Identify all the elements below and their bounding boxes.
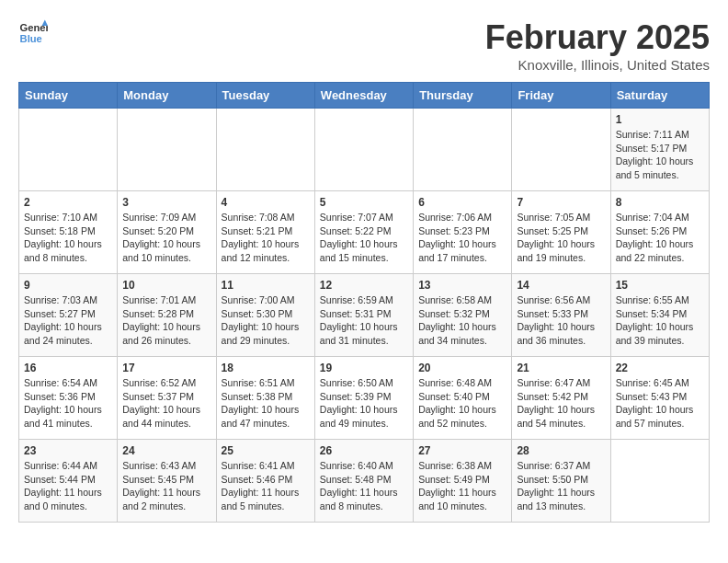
day-number: 22 <box>616 362 704 374</box>
logo-icon: General Blue <box>18 18 48 48</box>
sunset-text: Sunset: 5:36 PM <box>24 390 112 404</box>
daylight-text: Daylight: 10 hours and 52 minutes. <box>418 403 506 430</box>
sunrise-text: Sunrise: 6:40 AM <box>320 459 408 473</box>
calendar-cell: 23 Sunrise: 6:44 AM Sunset: 5:44 PM Dayl… <box>19 440 118 523</box>
day-number: 26 <box>320 444 408 457</box>
day-number: 12 <box>320 279 408 292</box>
daylight-text: Daylight: 10 hours and 5 minutes. <box>616 155 704 181</box>
day-info: Sunrise: 7:10 AM Sunset: 5:18 PM Dayligh… <box>24 211 112 265</box>
calendar-cell: 19 Sunrise: 6:50 AM Sunset: 5:39 PM Dayl… <box>314 357 413 440</box>
calendar-cell <box>512 109 610 191</box>
day-number: 3 <box>122 196 210 209</box>
calendar-cell <box>314 109 413 191</box>
daylight-text: Daylight: 10 hours and 26 minutes. <box>122 320 210 347</box>
sunrise-text: Sunrise: 6:56 AM <box>517 293 605 307</box>
day-info: Sunrise: 6:50 AM Sunset: 5:39 PM Dayligh… <box>320 376 408 431</box>
day-number: 8 <box>616 196 704 209</box>
sunset-text: Sunset: 5:20 PM <box>122 224 210 238</box>
sunset-text: Sunset: 5:46 PM <box>222 473 310 487</box>
day-info: Sunrise: 6:58 AM Sunset: 5:32 PM Dayligh… <box>418 293 506 348</box>
sunset-text: Sunset: 5:33 PM <box>517 307 605 321</box>
daylight-text: Daylight: 10 hours and 15 minutes. <box>320 237 408 264</box>
calendar-cell: 8 Sunrise: 7:04 AM Sunset: 5:26 PM Dayli… <box>610 191 709 274</box>
day-info: Sunrise: 7:08 AM Sunset: 5:21 PM Dayligh… <box>222 211 310 265</box>
day-info: Sunrise: 6:56 AM Sunset: 5:33 PM Dayligh… <box>517 293 605 348</box>
sunrise-text: Sunrise: 6:43 AM <box>122 459 210 473</box>
sunset-text: Sunset: 5:30 PM <box>222 307 310 321</box>
calendar-week-row: 16 Sunrise: 6:54 AM Sunset: 5:36 PM Dayl… <box>19 357 710 440</box>
calendar-week-row: 23 Sunrise: 6:44 AM Sunset: 5:44 PM Dayl… <box>19 440 710 523</box>
sunrise-text: Sunrise: 6:37 AM <box>517 459 605 473</box>
header: General Blue February 2025 Knoxville, Il… <box>18 18 710 73</box>
sunset-text: Sunset: 5:39 PM <box>320 390 408 404</box>
sunrise-text: Sunrise: 7:09 AM <box>122 211 210 224</box>
sunset-text: Sunset: 5:22 PM <box>320 224 408 238</box>
header-thursday: Thursday <box>414 83 512 109</box>
calendar-cell: 28 Sunrise: 6:37 AM Sunset: 5:50 PM Dayl… <box>512 440 610 523</box>
day-number: 10 <box>122 279 210 292</box>
day-info: Sunrise: 7:07 AM Sunset: 5:22 PM Dayligh… <box>320 211 408 265</box>
calendar-week-row: 9 Sunrise: 7:03 AM Sunset: 5:27 PM Dayli… <box>19 274 710 357</box>
sunset-text: Sunset: 5:40 PM <box>418 390 506 404</box>
day-number: 17 <box>122 362 210 374</box>
sunset-text: Sunset: 5:17 PM <box>616 142 704 155</box>
daylight-text: Daylight: 10 hours and 19 minutes. <box>517 237 605 264</box>
daylight-text: Daylight: 10 hours and 29 minutes. <box>222 320 310 347</box>
day-number: 4 <box>222 196 310 209</box>
day-info: Sunrise: 6:41 AM Sunset: 5:46 PM Dayligh… <box>222 459 310 513</box>
sunrise-text: Sunrise: 6:41 AM <box>222 459 310 473</box>
sunrise-text: Sunrise: 7:07 AM <box>320 211 408 224</box>
sunset-text: Sunset: 5:18 PM <box>24 224 112 238</box>
sunset-text: Sunset: 5:45 PM <box>122 473 210 487</box>
day-info: Sunrise: 7:01 AM Sunset: 5:28 PM Dayligh… <box>122 293 210 348</box>
calendar-cell <box>610 440 709 523</box>
calendar-cell: 11 Sunrise: 7:00 AM Sunset: 5:30 PM Dayl… <box>216 274 314 357</box>
sunrise-text: Sunrise: 6:48 AM <box>418 376 506 390</box>
sunrise-text: Sunrise: 6:52 AM <box>122 376 210 390</box>
calendar-cell <box>19 109 118 191</box>
sunrise-text: Sunrise: 6:45 AM <box>616 376 704 390</box>
day-number: 6 <box>418 196 506 209</box>
day-number: 11 <box>222 279 310 292</box>
sunrise-text: Sunrise: 6:47 AM <box>517 376 605 390</box>
calendar-cell: 6 Sunrise: 7:06 AM Sunset: 5:23 PM Dayli… <box>414 191 512 274</box>
daylight-text: Daylight: 10 hours and 31 minutes. <box>320 320 408 347</box>
calendar-cell: 12 Sunrise: 6:59 AM Sunset: 5:31 PM Dayl… <box>314 274 413 357</box>
logo: General Blue <box>18 18 48 48</box>
header-friday: Friday <box>512 83 610 109</box>
sunrise-text: Sunrise: 6:50 AM <box>320 376 408 390</box>
day-number: 24 <box>122 444 210 457</box>
sunset-text: Sunset: 5:23 PM <box>418 224 506 238</box>
day-info: Sunrise: 6:47 AM Sunset: 5:42 PM Dayligh… <box>517 376 605 431</box>
day-number: 20 <box>418 362 506 374</box>
header-sunday: Sunday <box>19 83 118 109</box>
sunrise-text: Sunrise: 7:10 AM <box>24 211 112 224</box>
day-info: Sunrise: 6:43 AM Sunset: 5:45 PM Dayligh… <box>122 459 210 513</box>
sunset-text: Sunset: 5:32 PM <box>418 307 506 321</box>
calendar-cell: 16 Sunrise: 6:54 AM Sunset: 5:36 PM Dayl… <box>19 357 118 440</box>
day-number: 23 <box>24 444 112 457</box>
day-number: 14 <box>517 279 605 292</box>
sunrise-text: Sunrise: 6:44 AM <box>24 459 112 473</box>
sunset-text: Sunset: 5:38 PM <box>222 390 310 404</box>
day-number: 2 <box>24 196 112 209</box>
day-number: 1 <box>616 113 704 126</box>
daylight-text: Daylight: 10 hours and 41 minutes. <box>24 403 112 430</box>
day-info: Sunrise: 6:59 AM Sunset: 5:31 PM Dayligh… <box>320 293 408 348</box>
daylight-text: Daylight: 10 hours and 57 minutes. <box>616 403 704 430</box>
calendar-cell: 22 Sunrise: 6:45 AM Sunset: 5:43 PM Dayl… <box>610 357 709 440</box>
sunrise-text: Sunrise: 7:06 AM <box>418 211 506 224</box>
calendar-cell: 13 Sunrise: 6:58 AM Sunset: 5:32 PM Dayl… <box>414 274 512 357</box>
calendar-cell: 17 Sunrise: 6:52 AM Sunset: 5:37 PM Dayl… <box>118 357 216 440</box>
daylight-text: Daylight: 11 hours and 13 minutes. <box>517 486 605 512</box>
day-info: Sunrise: 7:09 AM Sunset: 5:20 PM Dayligh… <box>122 211 210 265</box>
calendar-cell: 2 Sunrise: 7:10 AM Sunset: 5:18 PM Dayli… <box>19 191 118 274</box>
calendar-cell: 3 Sunrise: 7:09 AM Sunset: 5:20 PM Dayli… <box>118 191 216 274</box>
daylight-text: Daylight: 11 hours and 2 minutes. <box>122 486 210 512</box>
day-number: 16 <box>24 362 112 374</box>
header-monday: Monday <box>118 83 216 109</box>
sunrise-text: Sunrise: 6:51 AM <box>222 376 310 390</box>
sunrise-text: Sunrise: 7:08 AM <box>222 211 310 224</box>
calendar-week-row: 1 Sunrise: 7:11 AM Sunset: 5:17 PM Dayli… <box>19 109 710 191</box>
day-number: 9 <box>24 279 112 292</box>
